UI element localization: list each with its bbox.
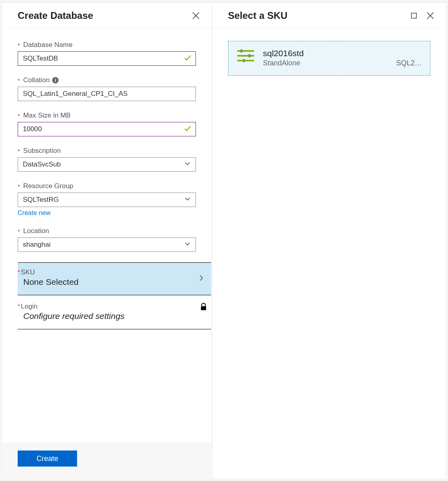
collation-label: Collation [23, 76, 50, 84]
location-select[interactable]: shanghai [18, 237, 196, 252]
required-marker: * [18, 183, 20, 190]
chevron-down-icon [184, 240, 191, 249]
sku-info: sql2016std StandAlone SQL2… [263, 49, 422, 67]
right-panel-header: Select a SKU [213, 3, 446, 29]
checkmark-icon [183, 53, 192, 64]
left-panel-body: * Database Name * Collation i [2, 29, 211, 443]
required-marker: * [18, 77, 20, 84]
left-panel-title: Create Database [18, 10, 93, 21]
close-icon[interactable] [192, 12, 200, 20]
select-sku-panel: Select a SKU [213, 2, 446, 479]
login-label: Login [21, 302, 38, 311]
database-name-field: * Database Name [18, 41, 196, 66]
resource-group-field: * Resource Group SQLTestRG Create new [18, 182, 196, 217]
right-panel-title: Select a SKU [228, 10, 287, 21]
svg-rect-5 [248, 54, 250, 57]
lock-icon [199, 302, 208, 313]
info-icon[interactable]: i [52, 77, 59, 83]
svg-rect-7 [243, 59, 245, 62]
subscription-field: * Subscription DataSvcSub [18, 147, 196, 172]
maximize-icon[interactable] [410, 12, 417, 19]
required-marker: * [18, 268, 20, 275]
required-marker: * [18, 302, 20, 309]
left-panel-footer: Create [2, 443, 211, 479]
collation-input[interactable] [18, 87, 196, 101]
svg-rect-3 [240, 49, 242, 53]
left-panel-header: Create Database [2, 3, 211, 29]
sku-tile[interactable]: sql2016std StandAlone SQL2… [228, 41, 430, 76]
resource-group-label: Resource Group [23, 182, 73, 190]
subscription-label: Subscription [23, 147, 61, 155]
database-name-input[interactable] [18, 51, 196, 66]
chevron-right-icon [198, 274, 205, 283]
resource-group-value: SQLTestRG [23, 196, 59, 204]
create-new-link[interactable]: Create new [18, 209, 51, 217]
required-marker: * [18, 148, 20, 154]
close-icon[interactable] [426, 12, 434, 20]
sku-item-name: sql2016std [263, 49, 422, 58]
collation-field: * Collation i [18, 76, 196, 101]
location-label: Location [23, 227, 49, 235]
sku-label: SKU [21, 268, 35, 276]
sku-value: None Selected [18, 277, 208, 287]
right-panel-body: sql2016std StandAlone SQL2… [213, 29, 446, 479]
sku-item-sub: StandAlone [263, 59, 300, 67]
create-database-panel: Create Database * Database Name [2, 2, 211, 479]
location-value: shanghai [23, 241, 51, 249]
required-marker: * [18, 112, 20, 119]
location-field: * Location shanghai [18, 227, 196, 252]
max-size-input[interactable] [18, 122, 196, 136]
required-marker: * [18, 42, 20, 49]
svg-rect-1 [411, 13, 417, 18]
max-size-label: Max Size in MB [23, 112, 71, 120]
create-button[interactable]: Create [18, 451, 77, 467]
sliders-icon [236, 49, 255, 67]
required-marker: * [18, 228, 20, 235]
chevron-down-icon [184, 160, 191, 169]
sku-item-version: SQL2… [396, 59, 422, 67]
login-value: Configure required settings [18, 311, 208, 321]
chevron-down-icon [184, 195, 191, 204]
subscription-select[interactable]: DataSvcSub [18, 157, 196, 172]
database-name-label: Database Name [23, 41, 73, 49]
checkmark-icon [183, 124, 192, 134]
svg-rect-0 [201, 306, 206, 310]
resource-group-select[interactable]: SQLTestRG [18, 193, 196, 207]
max-size-field: * Max Size in MB [18, 112, 196, 136]
subscription-value: DataSvcSub [23, 160, 61, 168]
sku-selector[interactable]: * SKU None Selected [18, 262, 211, 295]
login-selector[interactable]: * Login Configure required settings [18, 295, 211, 329]
